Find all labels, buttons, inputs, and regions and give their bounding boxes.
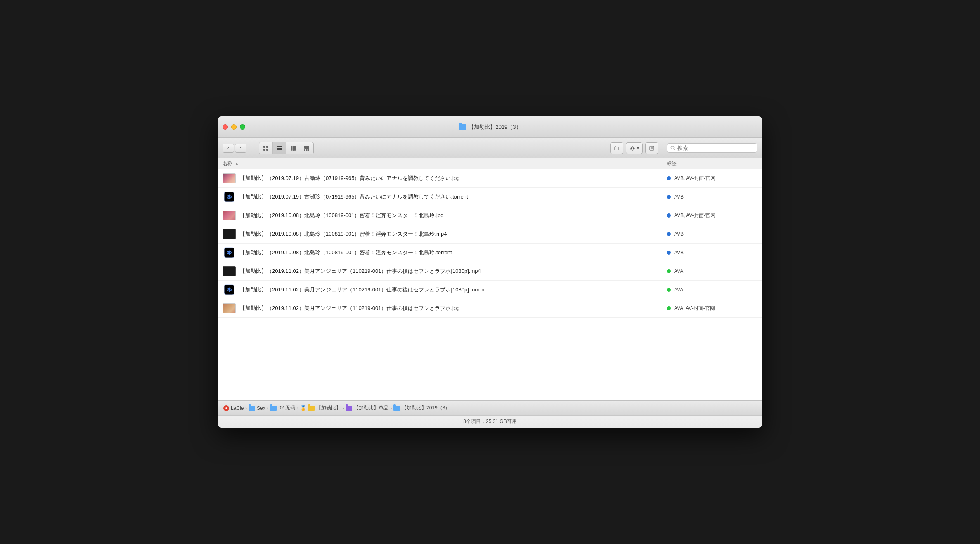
traffic-lights <box>223 124 245 130</box>
svg-rect-13 <box>308 149 309 151</box>
file-icon <box>223 172 236 185</box>
tag-dot <box>667 269 671 273</box>
tag-text: AVB, AV-封面-官网 <box>674 212 715 219</box>
bc-arrow-2: › <box>267 406 269 411</box>
breadcrumb-bar: ● LaCie › Sex › 02 无码 › 🏅 【加勒比】 › 【加勒比】单… <box>218 400 762 415</box>
close-button[interactable] <box>223 124 228 130</box>
tag-text: AVB, AV-封面-官网 <box>674 175 715 182</box>
back-button[interactable]: ‹ <box>223 144 234 153</box>
column-view-button[interactable] <box>286 142 300 154</box>
svg-rect-11 <box>304 149 305 151</box>
file-row[interactable]: 【加勒比】（2019.10.08）北島玲（100819-001）密着！淫奔モンス… <box>218 225 762 244</box>
file-icon <box>223 265 236 278</box>
svg-rect-3 <box>266 149 268 151</box>
minimize-button[interactable] <box>231 124 237 130</box>
tag-text: AVA <box>674 268 683 274</box>
svg-rect-12 <box>306 149 308 151</box>
file-tag-area: AVB, AV-封面-官网 <box>667 175 757 182</box>
file-icon <box>223 209 236 222</box>
image-thumbnail <box>223 303 236 313</box>
file-list-header: 名称 ∧ 标签 <box>218 158 762 169</box>
svg-rect-0 <box>263 146 265 148</box>
empty-area <box>218 318 762 400</box>
tag-dot <box>667 288 671 292</box>
svg-rect-10 <box>304 146 309 149</box>
action-gear-button[interactable]: ▾ <box>626 142 643 154</box>
sort-arrow: ∧ <box>235 161 238 166</box>
file-name: 【加勒比】（2019.11.02）美月アンジェリア（110219-001）仕事の… <box>240 267 667 275</box>
file-row[interactable]: 【加勒比】（2019.11.02）美月アンジェリア（110219-001）仕事の… <box>218 281 762 299</box>
bc-sex-folder-icon <box>249 406 255 411</box>
file-icon <box>223 227 236 241</box>
svg-rect-7 <box>291 146 292 151</box>
svg-rect-16 <box>651 147 653 149</box>
col-name-header[interactable]: 名称 ∧ <box>223 160 667 167</box>
finder-window: 【加勒比】2019（3） ‹ › <box>218 116 762 428</box>
file-tag-area: AVB <box>667 250 757 255</box>
search-bar[interactable] <box>667 143 757 153</box>
torrent-icon <box>223 284 235 296</box>
svg-point-27 <box>228 289 230 291</box>
svg-rect-8 <box>293 146 294 151</box>
file-tag-area: AVA <box>667 268 757 274</box>
icon-view-button[interactable] <box>259 142 272 154</box>
svg-point-24 <box>228 252 230 253</box>
tag-dot <box>667 176 671 180</box>
file-tag-area: AVB, AV-封面-官网 <box>667 212 757 219</box>
share-button[interactable] <box>645 142 658 154</box>
bc-02-folder-icon <box>270 406 277 411</box>
file-row[interactable]: 【加勒比】（2019.11.02）美月アンジェリア（110219-001）仕事の… <box>218 262 762 281</box>
bc-danpin[interactable]: 【加勒比】单品 <box>346 404 388 412</box>
file-name: 【加勒比】（2019.10.08）北島玲（100819-001）密着！淫奔モンス… <box>240 212 667 219</box>
gallery-view-button[interactable] <box>300 142 313 154</box>
tag-dot <box>667 232 671 236</box>
window-title: 【加勒比】2019（3） <box>459 123 521 131</box>
torrent-icon <box>223 247 235 258</box>
video-thumbnail <box>223 266 236 276</box>
file-name: 【加勒比】（2019.11.02）美月アンジェリア（110219-001）仕事の… <box>240 286 667 293</box>
file-row[interactable]: 【加勒比】（2019.10.08）北島玲（100819-001）密着！淫奔モンス… <box>218 244 762 262</box>
file-row[interactable]: 【加勒比】（2019.11.02）美月アンジェリア（110219-001）仕事の… <box>218 299 762 318</box>
svg-rect-1 <box>266 146 268 148</box>
tag-dot <box>667 306 671 310</box>
svg-rect-4 <box>277 146 282 147</box>
bc-arrow-4: › <box>343 406 344 411</box>
list-view-button[interactable] <box>273 142 286 154</box>
bc-arrow-5: › <box>390 406 392 411</box>
video-thumbnail <box>223 229 236 239</box>
col-tag-header[interactable]: 标签 <box>667 160 757 167</box>
bc-02-wuma[interactable]: 02 无码 <box>270 404 295 412</box>
bc-sex[interactable]: Sex <box>249 405 265 411</box>
file-name: 【加勒比】（2019.10.08）北島玲（100819-001）密着！淫奔モンス… <box>240 249 667 256</box>
bc-2019-folder-icon <box>393 406 400 411</box>
file-row[interactable]: 【加勒比】（2019.07.19）古瀬玲（071919-965）昔みたいにアナル… <box>218 188 762 206</box>
search-input[interactable] <box>677 145 754 151</box>
tag-text: AVA <box>674 287 683 293</box>
bc-purple-folder-icon <box>346 406 352 411</box>
forward-button[interactable]: › <box>235 144 246 153</box>
bc-arrow-3: › <box>297 406 298 411</box>
titlebar: 【加勒比】2019（3） <box>218 116 762 138</box>
status-bar: 8个项目，25.31 GB可用 <box>218 415 762 428</box>
tag-dot <box>667 213 671 218</box>
new-folder-button[interactable] <box>610 142 623 154</box>
tag-text: AVA, AV-封面-官网 <box>674 305 715 312</box>
svg-rect-2 <box>263 149 265 151</box>
nav-buttons: ‹ › <box>223 144 246 153</box>
image-thumbnail <box>223 211 236 220</box>
svg-rect-6 <box>277 149 282 150</box>
file-row[interactable]: 【加勒比】（2019.07.19）古瀬玲（071919-965）昔みたいにアナル… <box>218 169 762 188</box>
file-row[interactable]: 【加勒比】（2019.10.08）北島玲（100819-001）密着！淫奔モンス… <box>218 206 762 225</box>
file-name: 【加勒比】（2019.10.08）北島玲（100819-001）密着！淫奔モンス… <box>240 230 667 238</box>
file-tag-area: AVA, AV-封面-官网 <box>667 305 757 312</box>
maximize-button[interactable] <box>240 124 245 130</box>
bc-2019[interactable]: 【加勒比】2019（3） <box>393 404 450 412</box>
bc-lacie: ● LaCie <box>223 405 244 411</box>
tag-text: AVB <box>674 250 684 255</box>
file-list: 【加勒比】（2019.07.19）古瀬玲（071919-965）昔みたいにアナル… <box>218 169 762 318</box>
bc-jialbi[interactable]: 🏅 【加勒比】 <box>300 404 341 412</box>
torrent-icon <box>223 191 235 203</box>
file-tag-area: AVB <box>667 231 757 237</box>
search-icon <box>670 145 675 151</box>
file-icon <box>223 246 236 259</box>
